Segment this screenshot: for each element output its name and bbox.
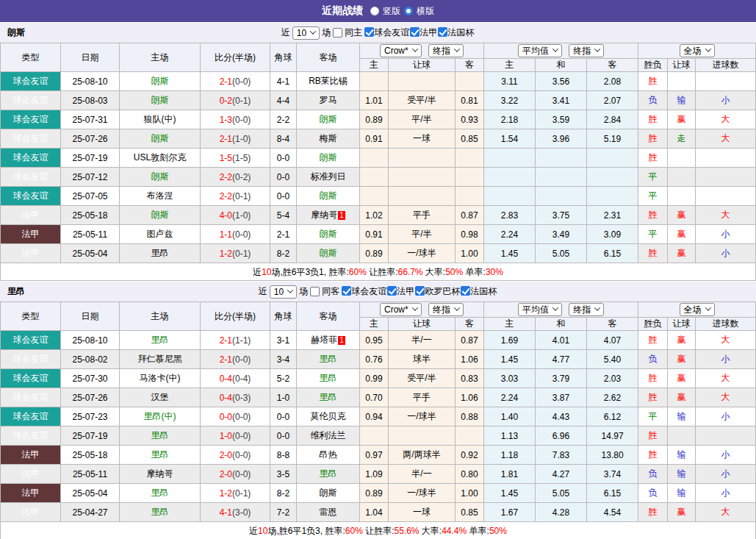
summary-value: 30%	[486, 267, 503, 277]
col-score: 比分(半场)	[201, 302, 270, 331]
goals-result	[696, 187, 756, 206]
score-cell: 2-2(0-2)	[201, 168, 270, 187]
winlose-result: 胜	[638, 244, 668, 263]
league-type-badge: 球会友谊	[1, 110, 61, 129]
avg-draw-odds: 3.75	[536, 206, 587, 225]
scope-select[interactable]: 全场	[680, 44, 715, 57]
handicap-line: 两/两球半	[389, 446, 456, 465]
chevron-down-icon	[310, 28, 316, 34]
avg-away-odds: 6.12	[587, 407, 638, 426]
goals-result: 大	[696, 206, 756, 225]
layout-radio-on[interactable]	[404, 7, 413, 15]
corner-score: 8-2	[270, 244, 297, 263]
summary-text: 近	[253, 267, 262, 277]
home-team: 朗斯	[120, 72, 201, 91]
handicap-away-odds: 0.80	[456, 465, 484, 484]
goals-result: 小	[696, 407, 756, 426]
avg-draw-odds: 4.43	[536, 407, 587, 426]
subcol-handicap-home: 主	[360, 59, 389, 72]
team-label: 梅斯	[320, 133, 337, 143]
halftime-score: (3-0)	[232, 507, 251, 518]
winlose-result: 平	[638, 187, 668, 206]
handicap-result: 赢	[668, 503, 696, 522]
league-filter-checkbox[interactable]	[438, 27, 447, 37]
corner-score: 3-5	[270, 465, 297, 484]
match-date: 25-07-19	[61, 426, 120, 446]
halftime-score: (0-0)	[232, 115, 251, 125]
league-type-badge: 球会友谊	[1, 129, 61, 149]
handicap-result: 输	[668, 407, 696, 426]
corner-score: 1-0	[270, 388, 297, 407]
avg-source-select[interactable]: 平均值	[518, 44, 562, 57]
league-filter-checkbox[interactable]	[364, 27, 374, 37]
summary-value: 44.4%	[442, 526, 467, 536]
summary-value: 60%	[349, 267, 367, 277]
odds-time-select[interactable]: 终指	[428, 44, 464, 57]
match-row: 法甲25-05-11图卢兹1-1(0-0)2-1朗斯0.91平/半0.982.2…	[1, 225, 756, 244]
summary-text: 单率:	[463, 267, 486, 277]
scope-select[interactable]: 全场	[680, 303, 715, 316]
avg-home-odds: 1.13	[484, 426, 536, 446]
match-count-select[interactable]: 10	[292, 26, 320, 40]
goals-result: 大	[696, 503, 756, 522]
league-filter-checkbox[interactable]	[342, 286, 351, 296]
team-label: 里昂	[151, 488, 169, 498]
odds-source-select[interactable]: Crow*	[380, 303, 422, 316]
same-home-checkbox[interactable]	[333, 28, 342, 38]
team-label: 朗斯	[151, 171, 169, 182]
team-label: USL敦刻尔克	[134, 152, 186, 163]
handicap-line: 平/半	[389, 110, 456, 129]
league-filter-checkbox[interactable]	[461, 286, 470, 296]
match-count-select[interactable]: 10	[270, 285, 297, 299]
fulltime-score: 2-0	[220, 469, 232, 479]
avg-away-odds: 2.03	[587, 369, 638, 388]
league-filter-checkbox[interactable]	[410, 27, 420, 37]
league-filter-checkbox[interactable]	[387, 286, 397, 296]
recent-results-header-bar: 近期战绩 竖版横版	[0, 0, 756, 22]
same-away-checkbox[interactable]	[310, 287, 320, 296]
match-row: 法甲25-04-27里昂4-1(3-0)7-2雷恩1.04一球0.851.674…	[1, 503, 756, 522]
avg-time-select[interactable]: 终指	[569, 44, 604, 57]
subcol-avg-away: 客	[587, 59, 638, 72]
section-bar-lens: 朗斯 近 10 场 同主 球会友谊法甲法国杯	[0, 22, 756, 43]
avg-home-odds: 1.45	[484, 350, 536, 369]
home-team: 朗斯	[120, 91, 201, 110]
handicap-line: 受平/半	[389, 91, 456, 110]
team-label: 朗斯	[320, 229, 337, 239]
handicap-result: 赢	[668, 350, 696, 369]
odds-time-select[interactable]: 终指	[428, 303, 464, 316]
avg-draw-odds	[536, 168, 587, 187]
handicap-line: 半/一	[389, 465, 456, 484]
halftime-score: (0-0)	[232, 76, 251, 87]
score-cell: 2-0(0-0)	[201, 446, 270, 465]
fulltime-score: 0-4	[220, 374, 232, 384]
layout-radio-off[interactable]	[370, 7, 379, 15]
corner-score: 4-4	[270, 91, 297, 110]
handicap-line: 平/半	[389, 225, 456, 244]
avg-away-odds: 5.40	[587, 350, 638, 369]
match-row: 球会友谊25-08-10里昂2-1(1-1)3-1赫塔菲10.95半/一0.87…	[1, 331, 756, 350]
score-cell: 2-1(1-1)	[201, 331, 270, 350]
avg-source-select[interactable]: 平均值	[518, 303, 562, 316]
col-corner: 角球	[270, 302, 297, 331]
subcol-avg-draw: 和	[536, 59, 587, 72]
avg-away-odds: 2.31	[587, 206, 638, 225]
score-cell: 0-0(0-0)	[201, 407, 270, 426]
corner-score: 8-4	[270, 129, 297, 149]
col-score: 比分(半场)	[201, 43, 270, 72]
page-title: 近期战绩	[322, 4, 363, 18]
halftime-score: (1-0)	[232, 134, 251, 144]
goals-result: 小	[696, 350, 756, 369]
fulltime-score: 0-4	[220, 393, 232, 403]
subcol-handicap-home: 主	[360, 318, 389, 331]
odds-source-select[interactable]: Crow*	[380, 44, 422, 57]
avg-draw-odds: 7.83	[536, 446, 587, 465]
corner-score: 5-4	[270, 206, 297, 225]
league-filter-checkbox[interactable]	[415, 286, 425, 296]
league-type-badge: 法甲	[1, 465, 61, 484]
subcol-winlose: 胜负	[638, 59, 668, 72]
handicap-home-odds	[360, 168, 389, 187]
league-type-badge: 法甲	[1, 484, 61, 503]
avg-time-select[interactable]: 终指	[569, 303, 604, 316]
same-away-label: 同客	[322, 285, 339, 298]
